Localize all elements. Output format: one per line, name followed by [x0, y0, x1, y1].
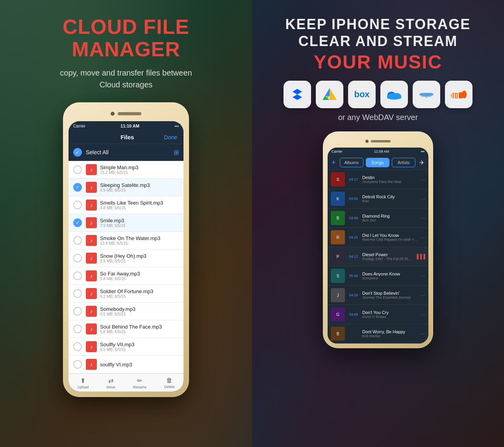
more-options-icon[interactable]: ···: [421, 292, 425, 298]
svg-rect-23: [454, 93, 455, 98]
song-title: Don't You Cry: [362, 310, 417, 315]
more-options-icon[interactable]: ···: [421, 273, 425, 279]
more-options-icon[interactable]: ···: [421, 176, 425, 183]
table-row[interactable]: ♪ soulfly VI.mp3: [69, 356, 183, 373]
file-checkbox-10[interactable]: [73, 342, 82, 351]
done-button[interactable]: Done: [164, 134, 177, 140]
file-checkbox-11[interactable]: [73, 360, 82, 369]
camera-right: [365, 140, 369, 143]
more-options-icon[interactable]: ···: [421, 234, 425, 240]
file-checkbox-7[interactable]: [73, 289, 82, 298]
files-title: Files: [91, 134, 164, 140]
subtitle: copy, move and transfer files between Cl…: [51, 67, 201, 91]
onedrive-icon[interactable]: [380, 81, 408, 108]
table-row[interactable]: ♪ Somebody.mp34.5 MB; 6/5/15: [69, 303, 183, 320]
file-checkbox-8[interactable]: [73, 307, 82, 316]
music-icon: ♪: [86, 164, 97, 175]
song-title: Detroit Rock City: [362, 194, 417, 199]
file-checkbox-0[interactable]: [73, 165, 82, 174]
svg-rect-22: [452, 94, 453, 98]
list-item[interactable]: G 04:48 Don't You Cry Guns 'n' Roses ···: [328, 305, 428, 324]
more-options-icon[interactable]: ···: [421, 196, 425, 202]
song-title: Diamond Ring: [362, 214, 417, 218]
music-icon: ♪: [86, 341, 97, 352]
table-row[interactable]: ♪ Soul Behind The Face.mp35.8 MB; 6/5/15: [69, 320, 183, 338]
file-checkbox-2[interactable]: [73, 201, 82, 209]
file-checkbox-6[interactable]: [73, 272, 82, 280]
table-row[interactable]: ♪ Soldier Of Fortune.mp36.2 MB; 6/5/15: [69, 285, 183, 303]
file-checkbox-9[interactable]: [73, 325, 82, 333]
table-row[interactable]: ♪ Snow (Hey Oh).mp39.9 MB; 6/5/15: [69, 249, 183, 267]
song-title: Don't Stop Believin': [362, 291, 417, 296]
song-thumbnail: G: [331, 307, 345, 321]
left-panel: CLOUD FILE MANAGER copy, move and transf…: [0, 0, 252, 447]
song-title: Does Anyone Know: [362, 272, 417, 276]
delete-button[interactable]: 🗑 Delete: [164, 377, 174, 389]
carrier-right: Carrier: [332, 150, 343, 153]
tab-artists[interactable]: Artists: [392, 158, 415, 167]
song-thumbnail: B: [331, 327, 345, 341]
list-item[interactable]: J 04:10 Don't Stop Believin' Journey The…: [328, 286, 428, 305]
upload-icon: ⬆: [80, 377, 85, 384]
song-duration: 03:17: [348, 177, 359, 181]
table-row[interactable]: ♪ So Far Away.mp35.8 MB; 6/5/15: [69, 267, 183, 285]
webdav-label: or any WebDAV server: [338, 113, 418, 122]
song-artist: Scorpions: [362, 276, 417, 280]
select-all-checkbox[interactable]: ✓: [73, 148, 82, 157]
table-row[interactable]: ♪ Smoke On The Water.mp313.8 MB; 6/5/15: [69, 232, 183, 249]
file-checkbox-5[interactable]: [73, 254, 82, 262]
speaker-left: [118, 112, 141, 115]
tab-albums[interactable]: Albums: [340, 158, 363, 167]
cloud-services-row: box: [284, 81, 472, 108]
song-title: Destin: [362, 175, 417, 180]
dropbox-icon[interactable]: [284, 81, 311, 108]
music-icon: ♪: [86, 359, 97, 370]
list-item[interactable]: S 03:17 Destin Scorpions Face the Heat ·…: [328, 170, 428, 189]
more-options-icon[interactable]: ···: [421, 311, 425, 318]
copy-icon[interactable]: [413, 81, 440, 108]
music-icon: ♪: [86, 253, 97, 264]
soundcloud-icon[interactable]: [445, 81, 472, 108]
svg-marker-1: [293, 89, 302, 94]
list-item[interactable]: K 03:50 Detroit Rock City Kiss ···: [328, 189, 428, 209]
carrier-left: Carrier: [73, 124, 85, 128]
new-folder-icon[interactable]: ⊞: [174, 149, 179, 156]
table-row[interactable]: ♪ Smells Like Teen Spirit.mp34.8 MB; 6/5…: [69, 196, 183, 214]
song-artist: Bob Marley: [362, 334, 417, 338]
tab-songs[interactable]: Songs: [366, 158, 389, 167]
music-icon: ♪: [86, 288, 97, 299]
more-options-icon[interactable]: ···: [421, 331, 425, 337]
screen-left: Carrier 11:10 AM ▪▪▪ Files Done ✓ Select…: [69, 121, 183, 392]
speaker-right: [371, 140, 391, 142]
select-all-row[interactable]: ✓ Select All ⊞: [69, 144, 183, 161]
box-icon[interactable]: box: [348, 81, 376, 108]
table-row[interactable]: ♪ Simple Man.mp315.2 MB; 6/5/15: [69, 161, 183, 179]
status-bar-left: Carrier 11:10 AM ▪▪▪: [69, 121, 183, 131]
file-checkbox-1[interactable]: ✓: [73, 183, 82, 192]
rename-button[interactable]: ✏ Rename: [133, 377, 146, 389]
table-row[interactable]: ✓ ♪ Sleeping Satelite.mp34.5 MB; 6/5/15: [69, 179, 183, 196]
song-thumbnail: S: [331, 172, 345, 187]
google-drive-icon[interactable]: [316, 81, 343, 108]
table-row[interactable]: ✓ ♪ Smile.mp37.9 MB; 6/5/15: [69, 214, 183, 232]
more-options-icon[interactable]: ···: [421, 215, 425, 221]
move-button[interactable]: ⇄ Move: [107, 377, 115, 389]
song-title: Did I Let You Know: [362, 233, 417, 238]
list-item[interactable]: B Dont Worry, Be Happy Bob Marley ···: [328, 324, 428, 344]
song-thumbnail: P: [331, 249, 345, 264]
add-playlist-button[interactable]: +: [332, 159, 336, 167]
list-item[interactable]: P 04:17 Diesel Power Prodigy 1997 - The …: [328, 247, 428, 266]
upload-button[interactable]: ⬆ Upload: [78, 377, 89, 389]
svg-point-16: [426, 96, 427, 98]
table-row[interactable]: ♪ Soulfly VII.mp39.5 MB; 6/5/15: [69, 338, 183, 356]
list-item[interactable]: B 03:46 Diamond Ring Bon Jovi ···: [328, 209, 428, 228]
file-checkbox-3[interactable]: ✓: [73, 218, 82, 227]
song-title: Diesel Power: [362, 252, 412, 257]
song-thumbnail: K: [331, 192, 345, 206]
time-right: 11:09 AM: [374, 150, 389, 153]
list-item[interactable]: R 04:21 Did I Let You Know Red Hot Chili…: [328, 228, 428, 247]
song-duration: 03:46: [348, 216, 359, 220]
list-item[interactable]: S 05:56 Does Anyone Know Scorpions ···: [328, 266, 428, 286]
file-checkbox-4[interactable]: [73, 236, 82, 245]
song-artist: Red Hot Chili Peppers I'm With You: [362, 238, 417, 242]
